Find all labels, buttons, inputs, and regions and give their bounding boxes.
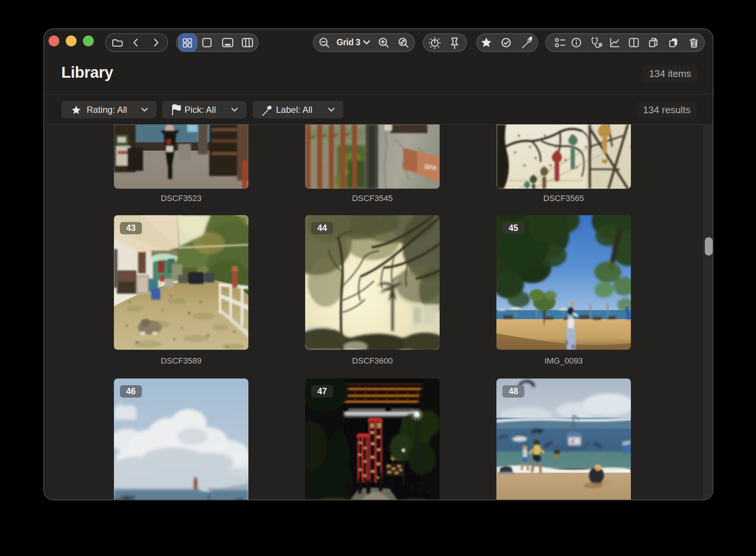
svg-text:Grid 3: Grid 3 — [337, 37, 360, 47]
